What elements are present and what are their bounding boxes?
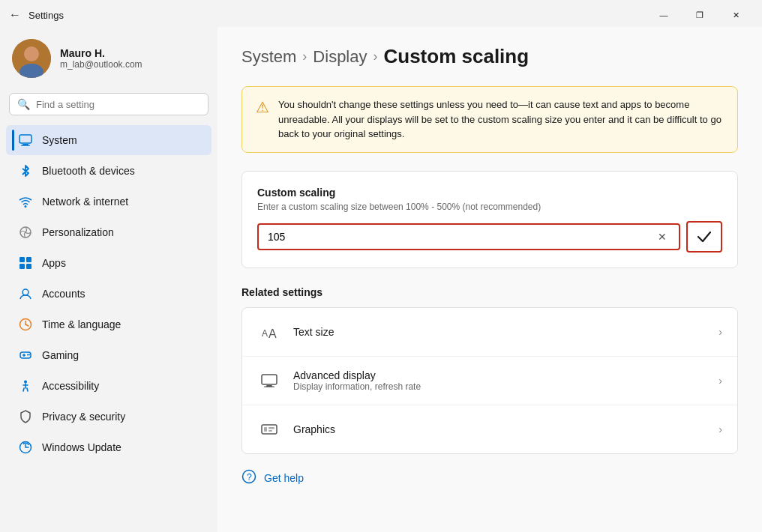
gaming-icon	[18, 348, 33, 363]
svg-point-20	[27, 354, 28, 356]
settings-item-title-advanced: Advanced display	[293, 369, 706, 381]
sidebar-item-label-update: Windows Update	[42, 441, 122, 453]
bluetooth-icon	[18, 163, 33, 178]
main-content: System › Display › Custom scaling ⚠ You …	[218, 27, 762, 532]
sidebar-item-gaming[interactable]: Gaming	[6, 340, 212, 370]
sidebar-item-label-gaming: Gaming	[42, 349, 79, 361]
svg-rect-30	[264, 427, 267, 432]
text-size-chevron: ›	[718, 326, 722, 338]
app-title: Settings	[28, 10, 64, 21]
title-bar-left: ← Settings	[9, 8, 64, 22]
svg-text:A: A	[262, 328, 268, 339]
svg-point-7	[25, 205, 27, 208]
user-email: m_lab@outlook.com	[60, 59, 142, 70]
close-button[interactable]: ✕	[718, 4, 753, 26]
sidebar-item-time[interactable]: Time & language	[6, 309, 212, 339]
settings-item-text: Text size	[293, 326, 706, 338]
sidebar: Mauro H. m_lab@outlook.com 🔍 System Blue	[0, 27, 218, 532]
update-icon	[18, 440, 33, 455]
sidebar-item-label-bluetooth: Bluetooth & devices	[42, 165, 135, 177]
svg-line-16	[26, 324, 28, 326]
sidebar-item-label-accessibility: Accessibility	[42, 380, 99, 392]
privacy-icon	[18, 409, 33, 424]
sidebar-item-bluetooth[interactable]: Bluetooth & devices	[6, 156, 212, 186]
svg-point-13	[22, 289, 28, 295]
svg-rect-11	[20, 264, 25, 269]
get-help-row[interactable]: ? Get help	[242, 469, 738, 488]
nav-list: System Bluetooth & devices Network & int…	[0, 121, 218, 466]
svg-rect-6	[21, 145, 30, 146]
restore-button[interactable]: ❐	[682, 4, 717, 26]
avatar-svg	[12, 39, 51, 78]
svg-rect-9	[20, 257, 25, 262]
scaling-sublabel: Enter a custom scaling size between 100%…	[257, 202, 722, 212]
warning-text: You shouldn't change these settings unle…	[278, 97, 724, 142]
sidebar-item-label-apps: Apps	[42, 257, 66, 269]
related-settings-title: Related settings	[242, 286, 738, 298]
checkmark-icon	[697, 231, 712, 243]
sidebar-item-apps[interactable]: Apps	[6, 248, 212, 278]
sidebar-item-system[interactable]: System	[6, 125, 212, 155]
user-profile[interactable]: Mauro H. m_lab@outlook.com	[0, 27, 218, 90]
search-icon: 🔍	[17, 98, 30, 110]
svg-rect-4	[20, 135, 32, 143]
sidebar-item-label-personalization: Personalization	[42, 226, 114, 238]
svg-text:?: ?	[247, 472, 252, 483]
breadcrumb: System › Display › Custom scaling	[242, 45, 738, 68]
svg-rect-31	[268, 427, 274, 429]
breadcrumb-current: Custom scaling	[384, 45, 530, 68]
user-name: Mauro H.	[60, 47, 142, 59]
scaling-clear-button[interactable]: ✕	[655, 231, 670, 243]
title-bar: ← Settings — ❐ ✕	[0, 0, 762, 27]
settings-item-text-size[interactable]: AA Text size ›	[242, 308, 737, 357]
svg-rect-26	[262, 375, 277, 384]
window-controls: — ❐ ✕	[646, 4, 753, 26]
accounts-icon	[18, 286, 33, 301]
svg-point-22	[24, 381, 27, 384]
accessibility-icon	[18, 378, 33, 393]
sidebar-item-update[interactable]: Windows Update	[6, 432, 212, 462]
apps-icon	[18, 256, 33, 270]
sidebar-item-accessibility[interactable]: Accessibility	[6, 371, 212, 401]
avatar	[12, 39, 51, 78]
settings-item-graphics[interactable]: Graphics ›	[242, 405, 737, 453]
breadcrumb-part1[interactable]: System	[242, 47, 296, 67]
settings-item-sub-advanced: Display information, refresh rate	[293, 381, 706, 392]
search-box[interactable]: 🔍	[9, 93, 208, 115]
settings-item-text-graphics: Graphics	[293, 423, 706, 435]
scaling-input-field[interactable]	[268, 231, 655, 243]
search-input[interactable]	[36, 99, 200, 110]
svg-rect-10	[26, 257, 32, 262]
advanced-display-chevron: ›	[718, 375, 722, 387]
settings-item-advanced-display[interactable]: Advanced display Display information, re…	[242, 357, 737, 405]
sidebar-item-label-network: Network & internet	[42, 196, 128, 208]
minimize-button[interactable]: —	[646, 4, 681, 26]
sidebar-item-privacy[interactable]: Privacy & security	[6, 402, 212, 432]
breadcrumb-part2[interactable]: Display	[313, 47, 367, 67]
warning-icon: ⚠	[256, 98, 269, 142]
svg-point-21	[28, 354, 30, 356]
settings-item-title-text-size: Text size	[293, 326, 706, 338]
sidebar-item-personalization[interactable]: Personalization	[6, 217, 212, 247]
time-icon	[18, 317, 33, 332]
svg-text:A: A	[268, 327, 277, 340]
svg-rect-12	[26, 264, 32, 269]
scaling-confirm-button[interactable]	[686, 221, 722, 253]
scaling-input-row: ✕	[257, 221, 722, 253]
back-icon[interactable]: ←	[9, 8, 21, 22]
app-body: Mauro H. m_lab@outlook.com 🔍 System Blue	[0, 27, 762, 532]
settings-list: AA Text size › Advanced display Display …	[242, 307, 738, 454]
sidebar-item-network[interactable]: Network & internet	[6, 187, 212, 217]
svg-rect-32	[268, 430, 272, 432]
svg-rect-28	[264, 386, 274, 387]
breadcrumb-sep1: ›	[302, 49, 307, 64]
user-info: Mauro H. m_lab@outlook.com	[60, 47, 142, 70]
get-help-link[interactable]: Get help	[264, 472, 304, 484]
network-icon	[18, 194, 33, 209]
sidebar-item-accounts[interactable]: Accounts	[6, 279, 212, 309]
sidebar-item-label-time: Time & language	[42, 318, 121, 330]
system-icon	[18, 133, 33, 148]
sidebar-item-label-accounts: Accounts	[42, 288, 86, 300]
sidebar-item-label-system: System	[42, 134, 77, 146]
svg-point-1	[24, 46, 39, 61]
